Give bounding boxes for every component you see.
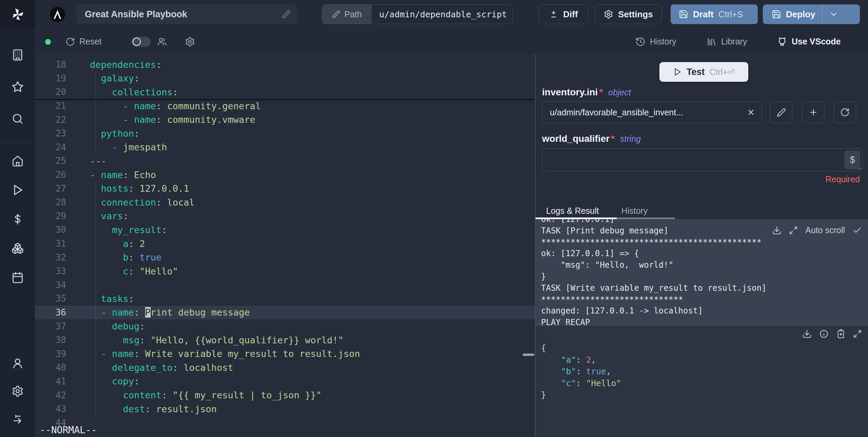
play-icon[interactable]: [10, 183, 25, 197]
diff-toggle[interactable]: [131, 37, 151, 47]
windmill-logo[interactable]: [0, 0, 35, 29]
code-editor[interactable]: 18dependencies:19 galaxy:20 collections:…: [35, 54, 535, 437]
reset-icon: [65, 37, 75, 46]
code-line[interactable]: 37 debug:: [35, 319, 535, 333]
code-line[interactable]: 22 - name: community.vmware: [35, 113, 535, 127]
home-icon[interactable]: [10, 153, 25, 168]
editor-toolbar: Reset History Library Use VScode: [35, 29, 868, 54]
line-number: 25: [35, 156, 66, 166]
edit-title-icon[interactable]: [282, 10, 291, 19]
vscode-label: Use VScode: [792, 37, 841, 46]
code-line[interactable]: 32 b: true: [35, 250, 535, 264]
code-line[interactable]: 27 hosts: 127.0.0.1: [35, 182, 535, 195]
log-line: PLAY RECAP: [541, 317, 868, 326]
refresh-resource-button[interactable]: [834, 101, 856, 123]
code-line[interactable]: 28 connection: local: [35, 195, 535, 209]
code-line[interactable]: 42 content: "{{ my_result | to_json }}": [35, 388, 535, 402]
star-icon[interactable]: [10, 79, 25, 94]
history-button[interactable]: History: [635, 29, 676, 54]
code-line[interactable]: 31 a: 2: [35, 237, 535, 251]
world-qualifier-textarea[interactable]: $: [542, 148, 863, 171]
code-line[interactable]: 23 python:: [35, 127, 535, 140]
windmill-script-editor: Great Ansible Playbook Path u/admin/depe…: [0, 0, 868, 437]
line-number: 31: [35, 239, 66, 249]
code-line[interactable]: 35 tasks:: [35, 292, 535, 306]
settings-label: Settings: [618, 9, 653, 20]
edit-resource-button[interactable]: [770, 101, 792, 123]
autoscroll-label: Auto scroll: [805, 225, 845, 235]
code-line[interactable]: 30 my_result:: [35, 223, 535, 237]
editor-settings-button[interactable]: [185, 29, 195, 54]
dollar-icon[interactable]: [10, 212, 25, 227]
library-label: Library: [721, 37, 747, 46]
line-number: 29: [35, 211, 66, 221]
line-number: 41: [35, 376, 66, 386]
building-icon[interactable]: [10, 48, 25, 62]
boxes-icon[interactable]: [10, 241, 25, 256]
settings-button[interactable]: Settings: [595, 4, 662, 24]
inventory-resource-value: u/admin/favorable_ansible_invent...: [550, 108, 747, 117]
use-vscode-button[interactable]: Use VScode: [777, 29, 841, 54]
library-button[interactable]: Library: [707, 29, 747, 54]
line-number: 20: [35, 87, 66, 97]
calendar-icon[interactable]: [10, 270, 25, 285]
reset-button[interactable]: Reset: [65, 29, 101, 54]
library-icon: [707, 37, 717, 47]
code-line[interactable]: 29 vars:: [35, 209, 535, 223]
code-line[interactable]: 41 copy:: [35, 375, 535, 388]
gear-icon[interactable]: [10, 384, 25, 399]
test-button[interactable]: Test Ctrl+⏎: [659, 62, 748, 82]
edit-path-icon: [332, 10, 340, 18]
required-asterisk: *: [611, 133, 615, 144]
deploy-dropdown[interactable]: [823, 4, 845, 24]
line-number: 24: [35, 142, 66, 152]
result-viewer: { "a": 2, "b": true, "c": "Hello"}: [536, 326, 868, 437]
code-line[interactable]: 44: [35, 416, 535, 430]
search-icon[interactable]: [10, 111, 25, 126]
download-result-icon[interactable]: [802, 329, 812, 339]
draft-label: Draft: [693, 9, 714, 20]
code-line[interactable]: 40 delegate_to: localhost: [35, 361, 535, 375]
info-icon[interactable]: [819, 329, 829, 339]
path-chip[interactable]: Path u/admin/dependable_script: [322, 4, 513, 24]
code-line[interactable]: 34: [35, 278, 535, 292]
add-resource-button[interactable]: [802, 101, 825, 123]
diff-button[interactable]: Diff: [539, 4, 588, 24]
code-line[interactable]: 38 msg: "Hello, {{world_qualifier}} worl…: [35, 333, 535, 347]
code-line[interactable]: 33 c: "Hello": [35, 264, 535, 278]
code-line[interactable]: 21 - name: community.general: [35, 99, 535, 113]
line-number: 19: [35, 73, 66, 83]
expand-result-icon[interactable]: [853, 329, 862, 339]
expand-logs-icon[interactable]: [789, 226, 798, 235]
panel-resize-handle[interactable]: [523, 354, 534, 356]
log-output[interactable]: ok: [127.0.0.1]TASK [Print debug message…: [536, 219, 868, 326]
code-line[interactable]: 19 galaxy:: [35, 72, 535, 86]
code-line[interactable]: 39 - name: Write variable my_result to r…: [35, 347, 535, 361]
code-line[interactable]: 36 - name: Print debug message: [35, 306, 535, 320]
status-dot: [45, 39, 51, 45]
chevron-down-icon: [829, 10, 838, 19]
save-draft-button[interactable]: Draft Ctrl+S: [671, 4, 758, 24]
autoscroll-check-icon[interactable]: [852, 226, 862, 235]
code-line[interactable]: 18dependencies:: [35, 58, 535, 72]
inventory-resource-input[interactable]: u/admin/favorable_ansible_invent...: [542, 101, 762, 123]
copy-result-icon[interactable]: [836, 329, 846, 339]
line-number: 26: [35, 170, 66, 180]
code-line[interactable]: 26- name: Echo: [35, 168, 535, 182]
clear-icon[interactable]: [747, 108, 755, 117]
download-logs-icon[interactable]: [772, 226, 782, 235]
collaborators-button[interactable]: [157, 29, 167, 54]
script-title-input[interactable]: Great Ansible Playbook: [76, 4, 297, 24]
code-line[interactable]: 25---: [35, 154, 535, 168]
save-icon: [679, 10, 688, 19]
logout-icon[interactable]: [10, 412, 25, 426]
code-line[interactable]: 24 - jmespath: [35, 140, 535, 154]
code-line[interactable]: 20 collections:: [35, 85, 535, 99]
deploy-button[interactable]: Deploy: [763, 4, 860, 24]
code-line[interactable]: 43 dest: result.json: [35, 402, 535, 416]
resize-handle-icon[interactable]: [855, 164, 862, 170]
gear-icon: [185, 37, 195, 47]
user-icon[interactable]: [10, 356, 25, 371]
line-number: 38: [35, 335, 66, 345]
diff-icon: [549, 10, 558, 19]
